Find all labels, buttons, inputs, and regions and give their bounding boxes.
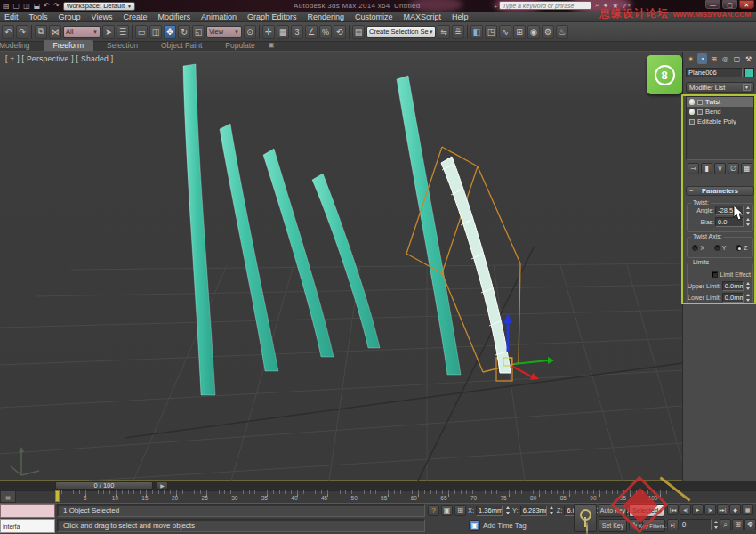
go-to-end-icon[interactable]: ▸▸| <box>717 504 728 515</box>
edit-named-selection-icon[interactable]: ▤ <box>352 25 365 39</box>
y-spinner[interactable] <box>549 506 555 515</box>
object-color-swatch[interactable] <box>744 68 754 77</box>
next-frame-arrow[interactable]: ▶ <box>157 481 168 490</box>
tab-populate[interactable]: Populate <box>215 40 265 51</box>
limit-effect-checkbox[interactable] <box>712 271 718 278</box>
hierarchy-tab-icon[interactable]: ⊞ <box>709 53 719 64</box>
menu-help[interactable]: Help <box>452 12 469 21</box>
auto-key-button[interactable]: Auto Key <box>599 504 627 517</box>
ribbon-minimize-icon[interactable]: ▣ · <box>269 42 278 51</box>
align-icon[interactable]: ≞ <box>452 25 464 39</box>
snap-toggle-3d-icon[interactable]: 3 <box>291 25 303 39</box>
select-and-scale-icon[interactable]: ◱ <box>192 25 205 39</box>
app-menu-icon[interactable]: ▤ <box>3 0 10 12</box>
lower-limit-spinner[interactable] <box>744 293 751 303</box>
modifier-stack-item-editable-poly[interactable]: Editable Poly <box>687 117 753 126</box>
selection-lock-icon[interactable]: ▣ <box>441 505 453 516</box>
perspective-viewport[interactable] <box>0 52 682 481</box>
transform-gizmo[interactable] <box>503 313 554 380</box>
tab-object-paint[interactable]: Object Paint <box>151 40 212 51</box>
mirror-icon[interactable]: ⇋ <box>438 25 450 39</box>
use-pivot-center-icon[interactable]: ⊙ <box>244 25 256 39</box>
modify-tab-icon[interactable]: ◔ <box>697 53 707 64</box>
menu-edit[interactable]: Edit <box>4 12 19 21</box>
zoom-extents-icon[interactable]: ⊞ <box>732 519 744 530</box>
menu-create[interactable]: Create <box>123 12 147 21</box>
select-and-manipulate-icon[interactable]: ✛ <box>262 25 275 39</box>
viewport-label[interactable]: [ + ] [ Perspective ] [ Shaded ] <box>5 54 113 63</box>
render-production-icon[interactable]: ♨ <box>556 25 568 39</box>
absolute-mode-icon[interactable]: ⊞ <box>454 505 466 516</box>
unlink-selection-icon[interactable]: ⋈ <box>49 25 61 39</box>
select-object-icon[interactable]: ➤ <box>102 25 115 39</box>
key-mode-toggle-icon[interactable]: ◆ <box>729 504 741 515</box>
upper-limit-field[interactable]: 0.0mm <box>722 281 744 291</box>
search-icon[interactable]: ⌕ <box>595 1 599 10</box>
save-file-icon[interactable]: ⬓ <box>34 0 41 12</box>
menu-tools[interactable]: Tools <box>29 12 48 21</box>
material-editor-icon[interactable]: ◉ <box>527 25 540 39</box>
set-key-button[interactable]: Set Key <box>599 519 627 532</box>
upper-limit-spinner[interactable] <box>744 281 751 291</box>
show-end-result-icon[interactable]: ▮ <box>701 163 712 174</box>
menu-graph-editors[interactable]: Graph Editors <box>247 12 297 21</box>
key-filters-button[interactable]: Key Filters... <box>642 519 665 532</box>
set-key-mode-button[interactable] <box>574 504 597 532</box>
rectangular-selection-icon[interactable]: ▭ <box>135 25 148 39</box>
current-frame-field[interactable]: 0 <box>680 519 712 530</box>
redo-icon[interactable]: ↷ <box>53 0 60 12</box>
axis-z-radio[interactable]: Z <box>736 245 747 251</box>
blade-objects[interactable] <box>183 64 461 395</box>
create-tab-icon[interactable]: ✶ <box>686 53 696 64</box>
configure-modifier-sets-icon[interactable]: ▦ <box>741 163 752 174</box>
object-name-field[interactable]: Plane006 <box>686 68 743 77</box>
angle-snap-icon[interactable]: ∠ <box>305 25 318 39</box>
lower-limit-field[interactable]: 0.0mm <box>722 293 744 303</box>
select-and-rotate-icon[interactable]: ↻ <box>178 25 190 39</box>
schematic-view-icon[interactable]: ⊞ <box>513 25 526 39</box>
isolate-selection-icon[interactable]: ? <box>428 505 439 516</box>
modifier-onoff-icon[interactable] <box>689 109 695 115</box>
utilities-tab-icon[interactable]: ⚒ <box>744 53 753 64</box>
selection-filter-dropdown[interactable]: All▼ <box>63 26 101 38</box>
time-slider-handle[interactable]: 0 / 100 <box>55 481 153 490</box>
workspace-dropdown[interactable]: Workspace: Default▼ <box>63 2 135 11</box>
select-and-link-icon[interactable]: ⧉ <box>35 25 47 39</box>
layer-manager-icon[interactable]: ◧ <box>470 25 483 39</box>
axis-y-radio[interactable]: Y <box>714 245 727 251</box>
search-input[interactable] <box>499 1 591 10</box>
key-step-icon[interactable]: ▸| <box>667 519 679 530</box>
menu-rendering[interactable]: Rendering <box>308 12 345 21</box>
frame-spinner[interactable] <box>712 520 719 530</box>
y-coordinate-field[interactable]: 6.283mm <box>520 506 547 516</box>
selection-set-dropdown[interactable]: Selected▼ <box>629 504 664 517</box>
add-time-tag-label[interactable]: Add Time Tag <box>483 522 527 530</box>
undo-icon[interactable]: ↶ <box>44 0 50 12</box>
modifier-stack-item-bend[interactable]: Bend <box>687 107 753 117</box>
undo-icon[interactable]: ↶ <box>2 25 14 39</box>
pan-icon[interactable]: ✥ <box>744 519 756 530</box>
modifier-stack-item-twist[interactable]: Twist <box>687 97 753 107</box>
maxscript-mini-listener-white[interactable]: interfa <box>0 519 55 533</box>
menu-animation[interactable]: Animation <box>201 12 237 21</box>
pin-stack-icon[interactable]: ⊸ <box>688 163 699 174</box>
spinner-snap-icon[interactable]: ⟲ <box>334 25 346 39</box>
tab-modeling[interactable]: Modeling <box>0 40 40 51</box>
modifier-onoff-icon[interactable] <box>689 99 695 105</box>
curve-editor-icon[interactable]: ∿ <box>499 25 511 39</box>
select-by-name-icon[interactable]: ☰ <box>117 25 129 39</box>
make-unique-icon[interactable]: ∨ <box>714 163 726 174</box>
tab-selection[interactable]: Selection <box>97 40 148 51</box>
x-spinner[interactable] <box>504 506 511 515</box>
render-setup-icon[interactable]: ⚙ <box>542 25 554 39</box>
open-mini-curve-editor-button[interactable]: ▤ <box>0 490 16 503</box>
select-and-move-icon[interactable]: ✥ <box>164 25 176 39</box>
parameters-rollout-header[interactable]: − Parameters <box>686 186 754 196</box>
tab-freeform[interactable]: Freeform <box>44 40 93 51</box>
named-selection-dropdown[interactable]: Create Selection Se▼ <box>366 26 436 38</box>
time-config-icon[interactable]: ▦ <box>742 504 753 515</box>
menu-customize[interactable]: Customize <box>355 12 393 21</box>
previous-frame-icon[interactable]: ◂| <box>680 504 691 515</box>
display-tab-icon[interactable]: ▢ <box>732 53 742 64</box>
menu-modifiers[interactable]: Modifiers <box>157 12 190 21</box>
